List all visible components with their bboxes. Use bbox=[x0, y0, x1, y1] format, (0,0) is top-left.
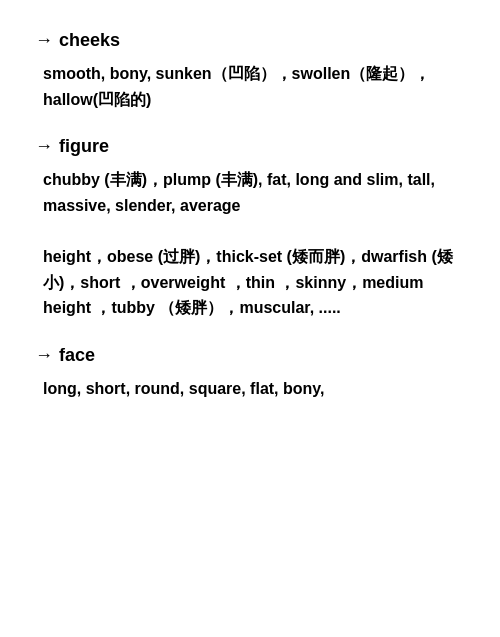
section-title-cheeks: cheeks bbox=[59, 30, 120, 51]
section-face: → face long, short, round, square, flat,… bbox=[35, 345, 465, 402]
section-content-face: long, short, round, square, flat, bony, bbox=[35, 376, 465, 402]
section-header-face: → face bbox=[35, 345, 465, 366]
section-figure: → figure chubby (丰满)，plump (丰满), fat, lo… bbox=[35, 136, 465, 321]
section-cheeks: → cheeks smooth, bony, sunken（凹陷），swolle… bbox=[35, 30, 465, 112]
section-title-figure: figure bbox=[59, 136, 109, 157]
section-header-figure: → figure bbox=[35, 136, 465, 157]
arrow-icon-face: → bbox=[35, 345, 53, 366]
section-content-cheeks: smooth, bony, sunken（凹陷），swollen（隆起），hal… bbox=[35, 61, 465, 112]
figure-line1: chubby (丰满)，plump (丰满), fat, long and sl… bbox=[43, 167, 465, 218]
figure-line2: height，obese (过胖)，thick-set (矮而胖)，dwarfi… bbox=[43, 244, 465, 321]
arrow-icon-figure: → bbox=[35, 136, 53, 157]
page-content: → cheeks smooth, bony, sunken（凹陷），swolle… bbox=[35, 30, 465, 401]
section-title-face: face bbox=[59, 345, 95, 366]
arrow-icon-cheeks: → bbox=[35, 30, 53, 51]
section-header-cheeks: → cheeks bbox=[35, 30, 465, 51]
section-content-figure: chubby (丰满)，plump (丰满), fat, long and sl… bbox=[35, 167, 465, 321]
